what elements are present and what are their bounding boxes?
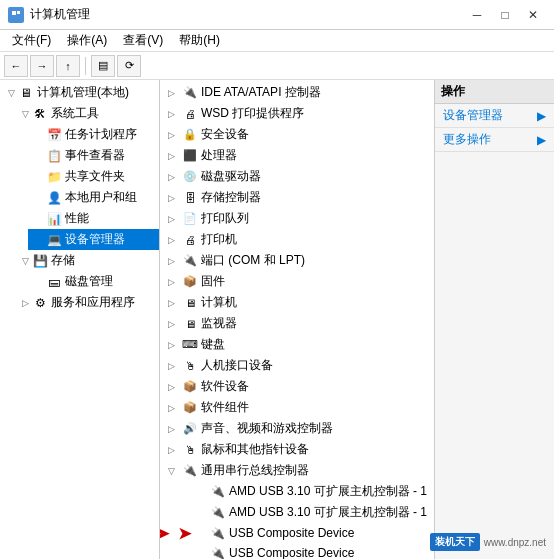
devmgr-icon: 💻 bbox=[46, 232, 62, 248]
refresh-button[interactable]: ⟳ bbox=[117, 55, 141, 77]
device-toggle-icon: ▷ bbox=[168, 193, 182, 203]
sidebar-item-services[interactable]: ▷ ⚙ 服务和应用程序 bbox=[14, 292, 159, 313]
device-list-item[interactable]: ▽🔌通用串行总线控制器 bbox=[160, 460, 434, 481]
device-list-item[interactable]: ▷🔊声音、视频和游戏控制器 bbox=[160, 418, 434, 439]
device-label: AMD USB 3.10 可扩展主机控制器 - 1 bbox=[229, 504, 427, 521]
device-label: 计算机 bbox=[201, 294, 237, 311]
show-hide-button[interactable]: ▤ bbox=[91, 55, 115, 77]
sidebar-item-task-scheduler[interactable]: 📅 任务计划程序 bbox=[28, 124, 159, 145]
device-icon: 📦 bbox=[182, 274, 198, 290]
menu-action[interactable]: 操作(A) bbox=[59, 30, 115, 51]
device-icon: 🖥 bbox=[182, 316, 198, 332]
device-icon: 🔊 bbox=[182, 421, 198, 437]
device-label: WSD 打印提供程序 bbox=[201, 105, 304, 122]
up-button[interactable]: ↑ bbox=[56, 55, 80, 77]
device-list-item[interactable]: ▷🖱鼠标和其他指针设备 bbox=[160, 439, 434, 460]
device-list: ▷🔌IDE ATA/ATAPI 控制器▷🖨WSD 打印提供程序▷🔒安全设备▷⬛处… bbox=[160, 82, 434, 559]
sidebar-systemtools-label: 系统工具 bbox=[51, 105, 99, 122]
device-list-item[interactable]: ▷🔌IDE ATA/ATAPI 控制器 bbox=[160, 82, 434, 103]
device-icon: 🔌 bbox=[210, 525, 226, 541]
shared-icon: 📁 bbox=[46, 169, 62, 185]
window-controls: ─ □ ✕ bbox=[464, 5, 546, 25]
device-list-item[interactable]: ▷⬛处理器 bbox=[160, 145, 434, 166]
device-list-item[interactable]: ▷🗄存储控制器 bbox=[160, 187, 434, 208]
sidebar-item-event-viewer[interactable]: 📋 事件查看器 bbox=[28, 145, 159, 166]
watermark-logo: 装机天下 bbox=[430, 533, 480, 551]
sidebar-item-storage[interactable]: ▽ 💾 存储 bbox=[14, 250, 159, 271]
device-list-item[interactable]: ▷📦固件 bbox=[160, 271, 434, 292]
device-list-item[interactable]: 🔌USB Composite Device bbox=[160, 543, 434, 559]
event-toggle-icon bbox=[32, 149, 46, 163]
device-list-item[interactable]: ▷📦软件组件 bbox=[160, 397, 434, 418]
device-toggle-icon: ▷ bbox=[168, 403, 182, 413]
device-icon: 🖱 bbox=[182, 442, 198, 458]
right-action-label: 设备管理器 bbox=[443, 107, 503, 124]
up-icon: ↑ bbox=[65, 60, 71, 72]
maximize-button[interactable]: □ bbox=[492, 5, 518, 25]
perf-toggle-icon bbox=[32, 212, 46, 226]
sidebar-item-system-tools[interactable]: ▽ 🛠 系统工具 bbox=[14, 103, 159, 124]
device-icon: 📄 bbox=[182, 211, 198, 227]
sidebar: ▽ 🖥 计算机管理(本地) ▽ 🛠 系统工具 📅 任务计划程序 📋 事件查看器 … bbox=[0, 80, 160, 559]
device-icon: 🖨 bbox=[182, 106, 198, 122]
device-list-item[interactable]: ▷💿磁盘驱动器 bbox=[160, 166, 434, 187]
right-action-more[interactable]: 更多操作 ▶ bbox=[435, 128, 554, 152]
device-icon: 🖱 bbox=[182, 358, 198, 374]
device-list-item[interactable]: ▷🖨WSD 打印提供程序 bbox=[160, 103, 434, 124]
sidebar-item-performance[interactable]: 📊 性能 bbox=[28, 208, 159, 229]
device-list-item[interactable]: 🔌AMD USB 3.10 可扩展主机控制器 - 1 bbox=[160, 502, 434, 523]
device-list-item[interactable]: ▷🖥计算机 bbox=[160, 292, 434, 313]
close-button[interactable]: ✕ bbox=[520, 5, 546, 25]
device-toggle-icon: ▷ bbox=[168, 151, 182, 161]
device-list-item[interactable]: ➤➤🔌USB Composite Device bbox=[160, 523, 434, 543]
device-list-item[interactable]: ▷🖱人机接口设备 bbox=[160, 355, 434, 376]
device-list-item[interactable]: ▷📦软件设备 bbox=[160, 376, 434, 397]
services-icon: ⚙ bbox=[32, 295, 48, 311]
shared-toggle-icon bbox=[32, 170, 46, 184]
device-toggle-icon: ▷ bbox=[168, 298, 182, 308]
toolbar: ← → ↑ ▤ ⟳ bbox=[0, 52, 554, 80]
sidebar-item-device-manager[interactable]: 💻 设备管理器 bbox=[28, 229, 159, 250]
chevron-right-icon: ▶ bbox=[537, 109, 546, 123]
device-list-item[interactable]: ▷🔒安全设备 bbox=[160, 124, 434, 145]
right-action-device-manager[interactable]: 设备管理器 ▶ bbox=[435, 104, 554, 128]
device-list-item[interactable]: ▷🔌端口 (COM 和 LPT) bbox=[160, 250, 434, 271]
device-icon: 🔌 bbox=[182, 253, 198, 269]
device-label: 磁盘驱动器 bbox=[201, 168, 261, 185]
sidebar-item-shared-folders[interactable]: 📁 共享文件夹 bbox=[28, 166, 159, 187]
menu-file[interactable]: 文件(F) bbox=[4, 30, 59, 51]
root-toggle-icon: ▽ bbox=[4, 86, 18, 100]
device-toggle-icon: ▷ bbox=[168, 88, 182, 98]
device-label: 鼠标和其他指针设备 bbox=[201, 441, 309, 458]
sidebar-shared-label: 共享文件夹 bbox=[65, 168, 125, 185]
device-label: USB Composite Device bbox=[229, 526, 354, 540]
device-list-item[interactable]: ▷🖨打印机 bbox=[160, 229, 434, 250]
perf-icon: 📊 bbox=[46, 211, 62, 227]
device-list-item[interactable]: ▷📄打印队列 bbox=[160, 208, 434, 229]
device-list-item[interactable]: 🔌AMD USB 3.10 可扩展主机控制器 - 1 bbox=[160, 481, 434, 502]
minimize-button[interactable]: ─ bbox=[464, 5, 490, 25]
svg-rect-2 bbox=[17, 11, 20, 14]
sidebar-item-disk-mgmt[interactable]: 🖴 磁盘管理 bbox=[28, 271, 159, 292]
device-icon: 🔌 bbox=[210, 505, 226, 521]
title-bar: 计算机管理 ─ □ ✕ bbox=[0, 0, 554, 30]
device-toggle-icon: ▷ bbox=[168, 214, 182, 224]
main-layout: ▽ 🖥 计算机管理(本地) ▽ 🛠 系统工具 📅 任务计划程序 📋 事件查看器 … bbox=[0, 80, 554, 559]
device-list-item[interactable]: ▷⌨键盘 bbox=[160, 334, 434, 355]
device-icon: 🔌 bbox=[210, 484, 226, 500]
device-icon: 🔌 bbox=[182, 463, 198, 479]
menu-help[interactable]: 帮助(H) bbox=[171, 30, 228, 51]
menu-view[interactable]: 查看(V) bbox=[115, 30, 171, 51]
storage-toggle-icon: ▽ bbox=[18, 254, 32, 268]
sidebar-root[interactable]: ▽ 🖥 计算机管理(本地) bbox=[0, 82, 159, 103]
device-toggle-icon: ▷ bbox=[168, 235, 182, 245]
sidebar-devmgr-label: 设备管理器 bbox=[65, 231, 125, 248]
device-label: 软件设备 bbox=[201, 378, 249, 395]
device-panel: ▷🔌IDE ATA/ATAPI 控制器▷🖨WSD 打印提供程序▷🔒安全设备▷⬛处… bbox=[160, 80, 434, 559]
app-icon bbox=[8, 7, 24, 23]
device-list-item[interactable]: ▷🖥监视器 bbox=[160, 313, 434, 334]
sidebar-item-local-users[interactable]: 👤 本地用户和组 bbox=[28, 187, 159, 208]
forward-button[interactable]: → bbox=[30, 55, 54, 77]
device-toggle-icon: ▷ bbox=[168, 172, 182, 182]
back-button[interactable]: ← bbox=[4, 55, 28, 77]
